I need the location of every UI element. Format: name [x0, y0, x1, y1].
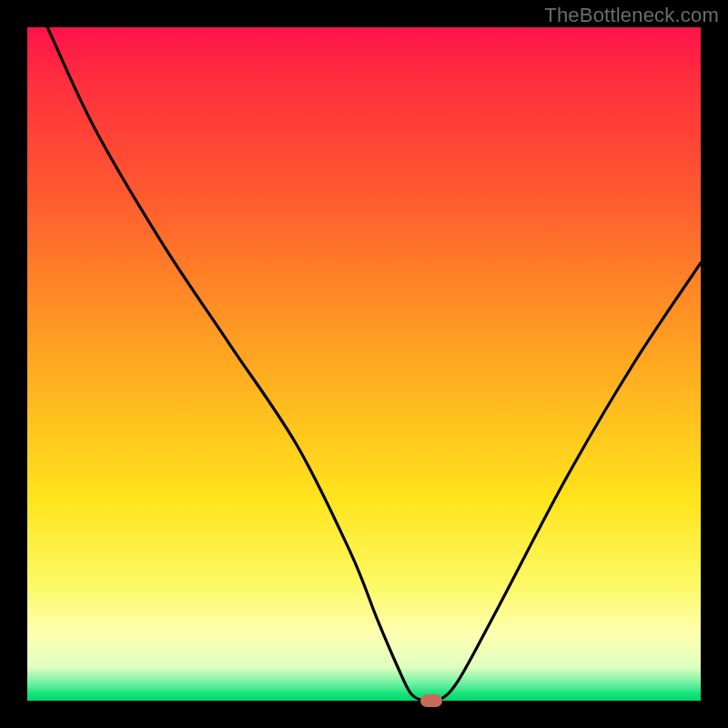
watermark-text: TheBottleneck.com — [544, 4, 719, 27]
chart-frame: TheBottleneck.com — [0, 0, 728, 728]
bottleneck-curve — [27, 27, 701, 701]
plot-area — [27, 27, 701, 701]
optimal-point-marker — [420, 694, 442, 707]
